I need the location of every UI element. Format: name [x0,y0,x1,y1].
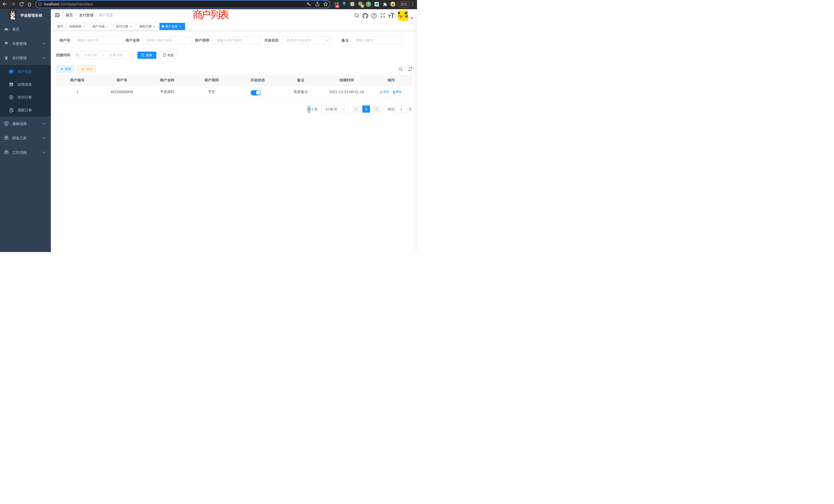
svg-text:/: / [75,13,77,17]
svg-text:/: / [95,13,96,17]
